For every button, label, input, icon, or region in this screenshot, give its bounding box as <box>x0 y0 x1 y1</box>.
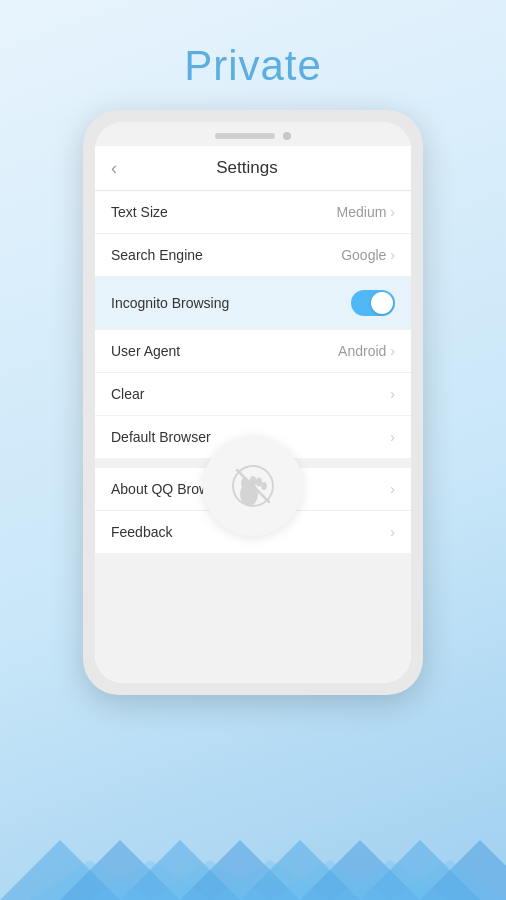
toggle-knob <box>371 292 393 314</box>
svg-point-3 <box>256 478 262 487</box>
search-engine-chevron: › <box>390 248 395 262</box>
phone-top-bar <box>95 122 411 146</box>
clear-row[interactable]: Clear › <box>95 373 411 416</box>
search-engine-label: Search Engine <box>111 247 341 263</box>
phone-speaker <box>215 133 275 139</box>
back-button[interactable]: ‹ <box>111 159 117 177</box>
settings-header: ‹ Settings <box>95 146 411 191</box>
text-size-label: Text Size <box>111 204 337 220</box>
settings-footer <box>95 553 411 683</box>
incognito-toggle[interactable] <box>351 290 395 316</box>
incognito-browsing-label: Incognito Browsing <box>111 295 351 311</box>
about-qq-browser-chevron: › <box>390 482 395 496</box>
settings-screen: ‹ Settings Text Size Medium › Search Eng… <box>95 146 411 683</box>
search-engine-value: Google <box>341 247 386 263</box>
text-size-value: Medium <box>337 204 387 220</box>
user-agent-value: Android <box>338 343 386 359</box>
svg-point-4 <box>261 482 267 490</box>
settings-screen-title: Settings <box>125 158 369 178</box>
clear-chevron: › <box>390 387 395 401</box>
bottom-diamonds <box>0 780 506 900</box>
clear-label: Clear <box>111 386 390 402</box>
user-agent-row[interactable]: User Agent Android › <box>95 330 411 373</box>
user-agent-chevron: › <box>390 344 395 358</box>
footprint-overlay <box>203 436 303 536</box>
default-browser-chevron: › <box>390 430 395 444</box>
user-agent-label: User Agent <box>111 343 338 359</box>
text-size-chevron: › <box>390 205 395 219</box>
phone-camera <box>283 132 291 140</box>
page-title: Private <box>184 42 322 90</box>
feedback-chevron: › <box>390 525 395 539</box>
search-engine-row[interactable]: Search Engine Google › <box>95 234 411 277</box>
text-size-row[interactable]: Text Size Medium › <box>95 191 411 234</box>
footprint-icon <box>229 462 277 510</box>
phone-shell: ‹ Settings Text Size Medium › Search Eng… <box>83 110 423 695</box>
incognito-browsing-row[interactable]: Incognito Browsing <box>95 277 411 330</box>
